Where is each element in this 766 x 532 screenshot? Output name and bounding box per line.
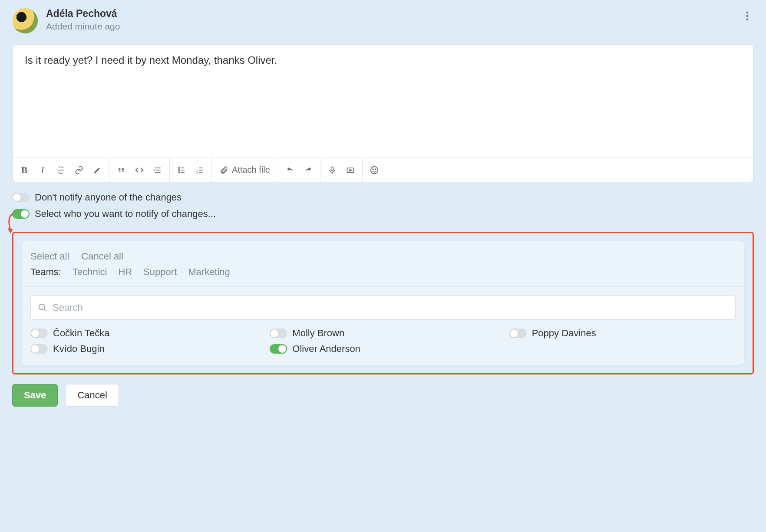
svg-point-28 — [39, 304, 45, 310]
person-toggle[interactable] — [270, 328, 287, 338]
link-icon — [75, 166, 83, 174]
highlight-button[interactable] — [88, 161, 106, 179]
svg-rect-20 — [331, 167, 333, 171]
svg-text:3: 3 — [196, 171, 198, 174]
person-row: Čočkin Tečka — [30, 328, 257, 339]
team-hr[interactable]: HR — [118, 266, 132, 278]
person-name: Molly Brown — [292, 328, 344, 339]
indent-icon — [153, 166, 162, 174]
search-icon — [38, 303, 47, 312]
attach-file-button[interactable]: Attach file — [215, 165, 275, 175]
added-time: Added minute ago — [46, 21, 120, 32]
editor-body[interactable]: Is it ready yet? I need it by next Monda… — [13, 45, 753, 158]
person-row: Molly Brown — [270, 328, 496, 339]
person-row: Kvído Bugin — [30, 343, 257, 355]
search-input[interactable] — [53, 302, 728, 313]
svg-point-2 — [746, 19, 749, 21]
svg-point-12 — [178, 171, 180, 173]
kebab-icon — [746, 11, 749, 21]
editor-card: Is it ready yet? I need it by next Monda… — [12, 44, 754, 182]
bold-button[interactable]: B — [15, 161, 33, 179]
teams-label: Teams: — [30, 266, 61, 278]
notify-panel: Select all Cancel all Teams: Technici HR… — [21, 241, 745, 365]
more-menu-button[interactable] — [741, 8, 754, 24]
editor-toolbar: B I — [13, 158, 753, 182]
svg-point-25 — [373, 169, 373, 170]
svg-point-24 — [371, 166, 378, 174]
redo-icon — [304, 166, 313, 174]
paperclip-icon — [220, 166, 228, 174]
code-button[interactable] — [130, 161, 149, 179]
strikethrough-button[interactable] — [52, 161, 70, 179]
person-row: Oliver Anderson — [270, 343, 496, 355]
panel-divider — [22, 286, 744, 287]
team-marketing[interactable]: Marketing — [188, 266, 230, 278]
bold-icon: B — [21, 164, 28, 176]
undo-icon — [286, 166, 294, 174]
numbered-list-button[interactable]: 1 2 3 — [191, 161, 209, 179]
person-toggle[interactable] — [509, 328, 527, 338]
save-button[interactable]: Save — [12, 384, 58, 407]
bullet-list-button[interactable] — [172, 161, 191, 179]
user-name: Adéla Pechová — [46, 8, 120, 20]
strikethrough-icon — [56, 166, 65, 174]
dont-notify-toggle[interactable] — [12, 193, 30, 202]
cancel-button[interactable]: Cancel — [66, 384, 119, 407]
undo-button[interactable] — [281, 161, 299, 179]
italic-icon: I — [41, 164, 44, 176]
svg-line-29 — [44, 309, 46, 312]
team-technici[interactable]: Technici — [73, 266, 107, 278]
person-name: Kvído Bugin — [53, 343, 105, 355]
person-row: Poppy Davines — [509, 328, 736, 339]
link-button[interactable] — [70, 161, 88, 179]
italic-button[interactable]: I — [33, 161, 52, 179]
dont-notify-row: Don't notify anyone of the changes — [12, 192, 754, 203]
dont-notify-label: Don't notify anyone of the changes — [35, 192, 182, 203]
notify-panel-highlight: Select all Cancel all Teams: Technici HR… — [12, 232, 754, 374]
highlight-icon — [93, 166, 102, 174]
code-icon — [135, 166, 144, 174]
redo-button[interactable] — [299, 161, 317, 179]
people-grid: Čočkin Tečka Molly Brown Poppy Davines K… — [30, 328, 736, 355]
quote-icon — [117, 166, 125, 174]
person-name: Poppy Davines — [532, 328, 596, 339]
person-name: Oliver Anderson — [292, 343, 360, 355]
person-toggle[interactable] — [270, 344, 287, 354]
microphone-icon — [328, 166, 337, 174]
svg-point-1 — [746, 15, 749, 17]
avatar[interactable] — [12, 8, 38, 34]
select-notify-label: Select who you want to notify of changes… — [35, 208, 216, 220]
team-support[interactable]: Support — [143, 266, 177, 278]
person-toggle[interactable] — [30, 328, 48, 338]
actions-row: Save Cancel — [12, 384, 754, 407]
emoji-button[interactable] — [365, 161, 383, 179]
video-icon — [346, 166, 355, 174]
select-notify-row: Select who you want to notify of changes… — [12, 208, 754, 220]
person-name: Čočkin Tečka — [53, 328, 109, 339]
svg-point-26 — [375, 169, 376, 170]
quote-button[interactable] — [112, 161, 130, 179]
svg-marker-23 — [350, 169, 351, 171]
select-all-link[interactable]: Select all — [30, 251, 69, 262]
svg-point-10 — [178, 169, 180, 171]
numbered-list-icon: 1 2 3 — [195, 166, 204, 174]
cancel-all-link[interactable]: Cancel all — [81, 251, 123, 262]
comment-header: Adéla Pechová Added minute ago — [12, 8, 754, 34]
smiley-icon — [370, 165, 379, 175]
video-button[interactable] — [341, 161, 360, 179]
svg-point-8 — [178, 167, 180, 168]
header-meta: Adéla Pechová Added minute ago — [46, 8, 120, 32]
person-toggle[interactable] — [30, 344, 48, 354]
annotation-arrow-icon — [5, 213, 18, 234]
teams-row: Teams: Technici HR Support Marketing — [30, 266, 736, 278]
bullet-list-icon — [177, 166, 186, 174]
audio-button[interactable] — [323, 161, 341, 179]
svg-point-0 — [746, 12, 749, 14]
indent-button[interactable] — [149, 161, 167, 179]
search-field[interactable] — [30, 296, 736, 320]
attach-file-label: Attach file — [232, 165, 270, 175]
svg-marker-27 — [8, 228, 13, 233]
